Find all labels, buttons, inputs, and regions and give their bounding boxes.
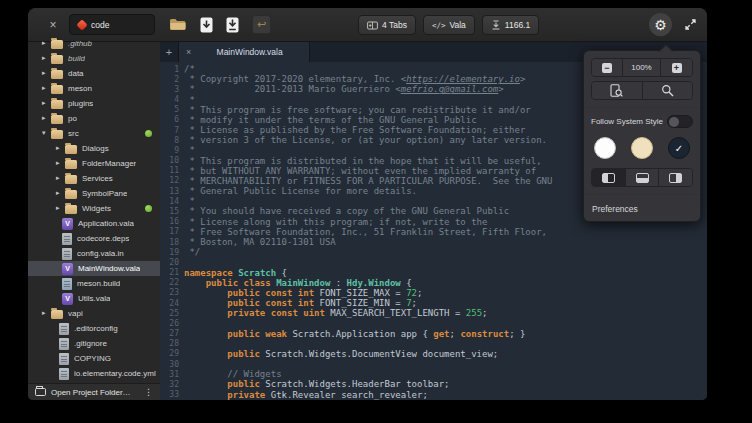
tree-item-config-vala-in[interactable]: config.vala.in	[28, 246, 160, 261]
panel-left-icon	[602, 173, 615, 183]
find-in-file-button[interactable]	[592, 82, 643, 99]
tree-item-meson-build[interactable]: meson.build	[28, 276, 160, 291]
tree-item-src[interactable]: src	[28, 126, 160, 141]
tree-item-data[interactable]: data	[28, 66, 160, 81]
code-text: public const int FONT_SIZE_MIN = 7;	[184, 298, 417, 308]
panel-right-icon	[669, 173, 682, 183]
code-text: *	[184, 196, 195, 206]
expand-arrow-icon[interactable]	[42, 115, 51, 122]
code-line-32[interactable]: 32 public Scratch.Widgets.HeaderBar tool…	[160, 379, 707, 389]
collapse-arrow-icon[interactable]	[42, 130, 51, 137]
code-text: namespace Scratch {	[184, 268, 287, 278]
zoom-in-button[interactable]: +	[661, 59, 692, 76]
follow-system-style-toggle[interactable]	[667, 115, 693, 128]
tab-close-icon[interactable]: ×	[186, 47, 191, 57]
tree-item-mainwindow-vala[interactable]: VMainWindow.vala	[28, 261, 160, 276]
tree-item-po[interactable]: po	[28, 111, 160, 126]
style-option-light[interactable]	[594, 137, 616, 159]
check-icon: ✓	[675, 143, 683, 154]
line-number: 1	[160, 65, 184, 74]
tree-item-foldermanager[interactable]: FolderManager	[28, 156, 160, 171]
code-line-20[interactable]: 20	[160, 257, 707, 267]
code-line-21[interactable]: 21namespace Scratch {	[160, 267, 707, 277]
tree-item-widgets[interactable]: Widgets	[28, 201, 160, 216]
code-line-18[interactable]: 18 * Boston, MA 02110-1301 USA	[160, 237, 707, 247]
code-text: // Widgets	[184, 369, 282, 379]
code-line-17[interactable]: 17 * Free Software Foundation, Inc., 51 …	[160, 227, 707, 237]
code-line-31[interactable]: 31 // Widgets	[160, 369, 707, 379]
language-button[interactable]: </> Vala	[423, 15, 475, 35]
expand-arrow-icon[interactable]	[42, 70, 51, 77]
open-project-folder-label: Open Project Folder…	[51, 388, 139, 397]
code-text: public const int FONT_SIZE_MAX = 72;	[184, 288, 422, 298]
code-text: public weak Scratch.Application app { ge…	[184, 329, 525, 339]
expand-arrow-icon[interactable]	[56, 145, 65, 152]
file-icon	[59, 353, 69, 365]
tree-item-io-elementary-code-yml[interactable]: io.elementary.code.yml	[28, 366, 160, 381]
code-line-22[interactable]: 22 public class MainWindow : Hdy.Window …	[160, 278, 707, 288]
toggle-rightpane-button[interactable]	[659, 169, 692, 186]
style-option-dark[interactable]: ✓	[668, 137, 690, 159]
line-number: 20	[160, 258, 184, 267]
window-close-button[interactable]: ×	[46, 18, 60, 32]
document-tab[interactable]: × MainWindow.vala	[178, 42, 310, 62]
tree-item-copying[interactable]: COPYING	[28, 351, 160, 366]
expand-arrow-icon[interactable]	[56, 205, 65, 212]
style-option-sepia[interactable]	[631, 137, 653, 159]
expand-arrow-icon[interactable]	[42, 310, 51, 317]
zoom-level-button[interactable]: 100%	[623, 59, 661, 76]
tree-item-utils-vala[interactable]: VUtils.vala	[28, 291, 160, 306]
global-search-button[interactable]	[643, 82, 693, 99]
tree-item-editorconfig[interactable]: .editorconfig	[28, 321, 160, 336]
settings-menu-button[interactable]: ⚙	[649, 13, 672, 36]
zoom-out-button[interactable]: −	[592, 59, 623, 76]
open-folder-button[interactable]	[169, 18, 187, 31]
revert-button[interactable]: ↩	[252, 15, 271, 34]
toggle-terminal-button[interactable]	[626, 169, 660, 186]
expand-arrow-icon[interactable]	[42, 85, 51, 92]
expand-arrow-icon[interactable]	[56, 190, 65, 197]
toggle-sidebar-button[interactable]	[592, 169, 626, 186]
line-number: 10	[160, 156, 184, 165]
save-button[interactable]	[200, 17, 213, 33]
tree-item-application-vala[interactable]: VApplication.vala	[28, 216, 160, 231]
fullscreen-button[interactable]	[681, 16, 699, 34]
goto-line-button[interactable]: 1166.1	[482, 15, 539, 35]
tree-item-meson[interactable]: meson	[28, 81, 160, 96]
tree-item-plugins[interactable]: plugins	[28, 96, 160, 111]
tree-item-gitignore[interactable]: .gitignore	[28, 336, 160, 351]
tree-item-symbolpane[interactable]: SymbolPane	[28, 186, 160, 201]
code-line-27[interactable]: 27 public weak Scratch.Application app {…	[160, 328, 707, 338]
expand-arrow-icon[interactable]	[42, 100, 51, 107]
overflow-menu-icon[interactable]: ⋮	[144, 387, 153, 397]
code-line-25[interactable]: 25 private const uint MAX_SEARCH_TEXT_LE…	[160, 308, 707, 318]
line-number: 19	[160, 248, 184, 257]
tree-item-services[interactable]: Services	[28, 171, 160, 186]
code-line-24[interactable]: 24 public const int FONT_SIZE_MIN = 7;	[160, 298, 707, 308]
code-line-28[interactable]: 28	[160, 339, 707, 349]
follow-system-style-row: Follow System Style	[591, 115, 693, 128]
expand-arrow-icon[interactable]	[56, 175, 65, 182]
code-line-26[interactable]: 26	[160, 318, 707, 328]
tree-item-vapi[interactable]: vapi	[28, 306, 160, 321]
open-project-folder-button[interactable]: Open Project Folder… ⋮	[28, 383, 160, 400]
new-tab-button[interactable]: +	[160, 42, 178, 62]
code-line-29[interactable]: 29 public Scratch.Widgets.DocumentView d…	[160, 349, 707, 359]
code-line-33[interactable]: 33 private Gtk.Revealer search_revealer;	[160, 390, 707, 400]
expand-arrow-icon[interactable]	[42, 55, 51, 62]
tree-item-codecore-deps[interactable]: codecore.deps	[28, 231, 160, 246]
code-line-23[interactable]: 23 public const int FONT_SIZE_MAX = 72;	[160, 288, 707, 298]
preferences-menu-item[interactable]: Preferences	[591, 202, 693, 214]
code-line-30[interactable]: 30	[160, 359, 707, 369]
expand-arrow-icon[interactable]	[56, 160, 65, 167]
project-chooser-button[interactable]: code	[69, 14, 155, 35]
toolbar-buttons: ↩	[169, 15, 271, 34]
save-as-button[interactable]	[226, 17, 239, 33]
tree-item-build[interactable]: build	[28, 51, 160, 66]
tabs-overview-button[interactable]: 4 Tabs	[358, 15, 416, 35]
code-line-19[interactable]: 19 */	[160, 247, 707, 257]
expand-arrow-icon[interactable]	[42, 40, 51, 47]
line-number: 3	[160, 85, 184, 94]
tree-item-dialogs[interactable]: Dialogs	[28, 141, 160, 156]
tree-item-github[interactable]: .github	[28, 36, 160, 51]
